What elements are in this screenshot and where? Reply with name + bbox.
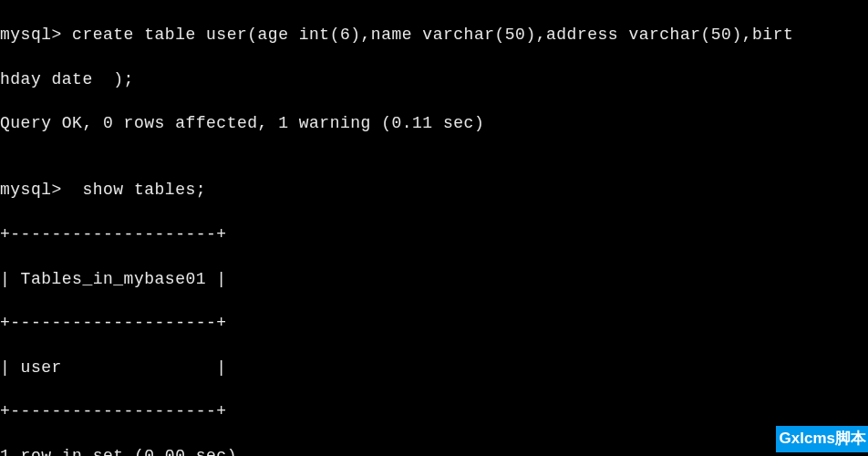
create-table-command-line1: mysql> create table user(age int(6),name… xyxy=(0,24,868,46)
tables-border: +--------------------+ xyxy=(0,400,868,422)
tables-border: +--------------------+ xyxy=(0,312,868,334)
table-row: | user | xyxy=(0,357,868,378)
mysql-terminal[interactable]: mysql> create table user(age int(6),name… xyxy=(0,0,868,456)
create-table-command-line2: hday date ); xyxy=(0,68,868,90)
tables-header: | Tables_in_mybase01 | xyxy=(0,268,868,290)
show-tables-result: 1 row in set (0.00 sec) xyxy=(0,445,868,456)
show-tables-command: mysql> show tables; xyxy=(0,179,868,201)
tables-border: +--------------------+ xyxy=(0,223,868,245)
create-table-result: Query OK, 0 rows affected, 1 warning (0.… xyxy=(0,112,868,134)
watermark-badge: Gxlcms脚本 xyxy=(776,426,868,452)
